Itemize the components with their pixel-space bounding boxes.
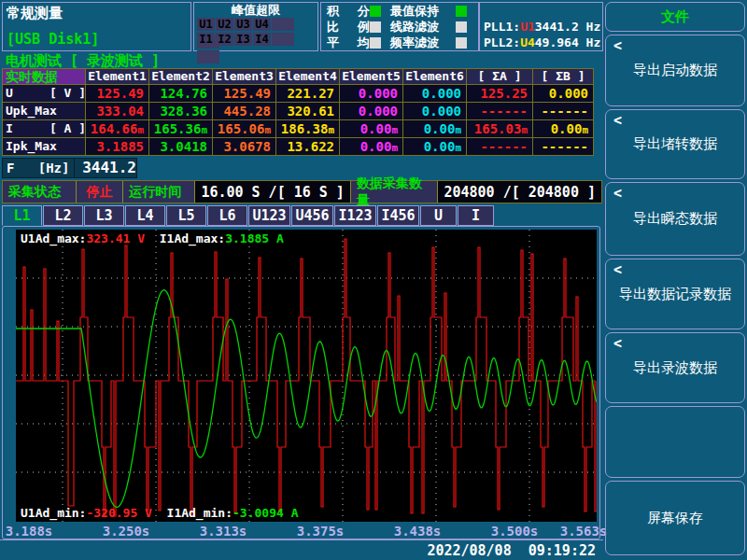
- col-header-0: Element1: [86, 69, 148, 84]
- wave-tab-l3[interactable]: L3: [84, 205, 124, 226]
- time-label-1: 3.250s: [103, 524, 150, 539]
- table-value-r3-c2: 3.0678: [213, 138, 275, 155]
- toggle-checkbox-right-0[interactable]: [456, 6, 467, 17]
- sidebar-button-1[interactable]: <导出启动数据: [605, 35, 745, 106]
- back-arrow-icon: <: [613, 37, 622, 54]
- table-value-r1-c7: ------: [533, 103, 593, 119]
- table-value-r3-c1: 3.0418: [149, 138, 212, 155]
- wave-tab-i456[interactable]: I456: [377, 205, 419, 226]
- pll-rows: PLL1:U13441.2 HzPLL2:U449.964 Hz: [480, 19, 602, 50]
- peak-indicator-u4: U4: [253, 18, 271, 31]
- toggle-checkbox-right-1[interactable]: [456, 21, 467, 33]
- wave-tab-l4[interactable]: L4: [125, 205, 165, 226]
- col-header-1: Element2: [149, 69, 212, 84]
- toggle-checkbox-left-1[interactable]: [370, 21, 381, 33]
- col-header-4: Element5: [340, 69, 402, 84]
- u1-voltage-trace: [16, 239, 597, 516]
- table-value-r0-c5: 0.000: [403, 85, 466, 102]
- sidebar-button-3[interactable]: <导出瞬态数据: [605, 182, 745, 256]
- row-label-0: U [ V ]: [3, 85, 85, 102]
- sample-count-label: 数据采集数量: [351, 181, 439, 203]
- peak-indicator-i3: I3: [234, 33, 252, 46]
- back-arrow-icon: <: [613, 261, 622, 278]
- wave-channel-tabs: L1L2L3L4L5L6U123U456I123I456UI: [2, 205, 495, 226]
- peak-indicator-i2: I2: [216, 33, 233, 46]
- toggle-label-left-0: 积 分: [327, 3, 370, 20]
- runtime-label: 运行时间: [123, 181, 195, 203]
- wave-tab-l2[interactable]: L2: [43, 205, 83, 226]
- table-value-r1-c4: 0.000: [340, 103, 402, 119]
- table-value-r2-c5: 0.00m: [403, 120, 466, 137]
- sidebar-button-2[interactable]: <导出堵转数据: [605, 109, 745, 179]
- wave-tab-l5[interactable]: L5: [166, 205, 206, 226]
- acquisition-status-row: 采集状态 停止 运行时间 16.00 S /[ 16 S ] 数据采集数量 20…: [2, 180, 602, 203]
- file-menu-sidebar: 文件 <导出启动数据<导出堵转数据<导出瞬态数据<导出数据记录数据<导出录波数据…: [605, 2, 745, 558]
- toggle-label-right-1: 线路滤波: [390, 19, 456, 35]
- toggle-checkbox-right-2[interactable]: [456, 37, 467, 49]
- sidebar-title: 文件: [605, 2, 745, 32]
- wave-tab-u[interactable]: U: [420, 205, 457, 226]
- mode-title: 常规测量: [7, 5, 63, 22]
- sidebar-button-7[interactable]: 屏幕保存: [605, 481, 745, 555]
- sidebar-button-5[interactable]: <导出录波数据: [605, 332, 745, 403]
- table-value-r2-c3: 186.38m: [276, 120, 339, 137]
- table-corner-label: 实时数据: [3, 69, 85, 84]
- frequency-label: F [Hz]: [3, 159, 75, 177]
- toggle-checkbox-left-0[interactable]: [370, 6, 381, 17]
- sidebar-button-empty[interactable]: [605, 406, 745, 478]
- update-status: Update 1417 (500ms) 102400 Sum: [5, 542, 325, 560]
- toggle-label-left-1: 比 例: [327, 19, 370, 35]
- col-header-6: [ ΣA ]: [467, 69, 532, 84]
- peak-indicator-empty: [272, 18, 294, 31]
- table-value-r3-c0: 3.1885: [86, 138, 148, 155]
- table-value-r2-c6: 165.03m: [467, 120, 532, 137]
- toggle-rows: 积 分最值保持比 例线路滤波平 均频率滤波: [321, 4, 478, 50]
- table-value-r2-c2: 165.06m: [213, 120, 275, 137]
- peak-indicator-u1: U1: [197, 18, 215, 31]
- table-value-r0-c3: 221.27: [276, 85, 339, 102]
- runtime-value: 16.00 S /[ 16 S ]: [195, 181, 351, 203]
- toggle-checkbox-left-2[interactable]: [370, 37, 381, 49]
- table-value-r2-c4: 0.00m: [340, 120, 402, 137]
- peak-indicator-empty: [197, 50, 219, 63]
- peak-grid: U1U2U3U4I1I2I3I4: [194, 18, 317, 48]
- wave-tab-u456[interactable]: U456: [291, 205, 333, 226]
- pll2-readout: PLL2:U449.964 Hz: [484, 35, 599, 50]
- power-analyzer-screen: 常规测量 [USB Disk1] 峰值超限 U1U2U3U4I1I2I3I4 积…: [0, 0, 747, 560]
- table-value-r0-c0: 125.49: [86, 85, 148, 102]
- time-label-0: 3.188s: [6, 524, 53, 539]
- toggles-panel: 积 分最值保持比 例线路滤波平 均频率滤波: [320, 2, 479, 51]
- acq-status-label: 采集状态: [3, 181, 77, 203]
- table-value-r3-c6: ------: [467, 138, 532, 155]
- time-label-4: 3.438s: [394, 524, 442, 539]
- table-value-r0-c1: 124.76: [149, 85, 212, 102]
- wave-tab-l6[interactable]: L6: [207, 205, 247, 226]
- mode-panel: 常规测量 [USB Disk1]: [2, 2, 191, 51]
- col-header-2: Element3: [213, 69, 275, 84]
- peak-over-limit-panel: 峰值超限 U1U2U3U4I1I2I3I4: [193, 2, 318, 51]
- time-label-6: 3.563s: [560, 524, 608, 539]
- table-value-r1-c1: 328.36: [149, 103, 212, 119]
- wave-tab-i123[interactable]: I123: [334, 205, 376, 226]
- toggle-label-left-2: 平 均: [327, 35, 370, 51]
- peak-indicator-empty: [272, 33, 294, 46]
- peak-over-limit-title: 峰值超限: [194, 3, 317, 18]
- table-value-r3-c4: 0.00m: [340, 138, 402, 155]
- toggle-label-right-0: 最值保持: [390, 3, 456, 20]
- pll1-readout: PLL1:U13441.2 Hz: [484, 19, 599, 35]
- row-label-1: Upk_Max: [3, 103, 85, 119]
- sidebar-button-4[interactable]: <导出数据记录数据: [605, 259, 745, 329]
- time-label-3: 3.375s: [297, 524, 345, 539]
- pll-panel: PLL1:U13441.2 HzPLL2:U449.964 Hz: [479, 2, 603, 51]
- table-value-r3-c3: 13.622: [276, 138, 339, 155]
- col-header-7: [ ΣB ]: [533, 69, 593, 84]
- back-arrow-icon: <: [613, 185, 622, 202]
- table-value-r2-c7: 0.00m: [533, 120, 593, 137]
- wave-tab-i[interactable]: I: [458, 205, 494, 226]
- peak-indicator-u2: U2: [216, 18, 233, 31]
- wave-tab-u123[interactable]: U123: [248, 205, 290, 226]
- col-header-5: Element6: [403, 69, 466, 84]
- table-value-r1-c2: 445.28: [213, 103, 275, 119]
- wave-tab-l1[interactable]: L1: [2, 205, 42, 226]
- usb-disk-label: [USB Disk1]: [7, 31, 99, 48]
